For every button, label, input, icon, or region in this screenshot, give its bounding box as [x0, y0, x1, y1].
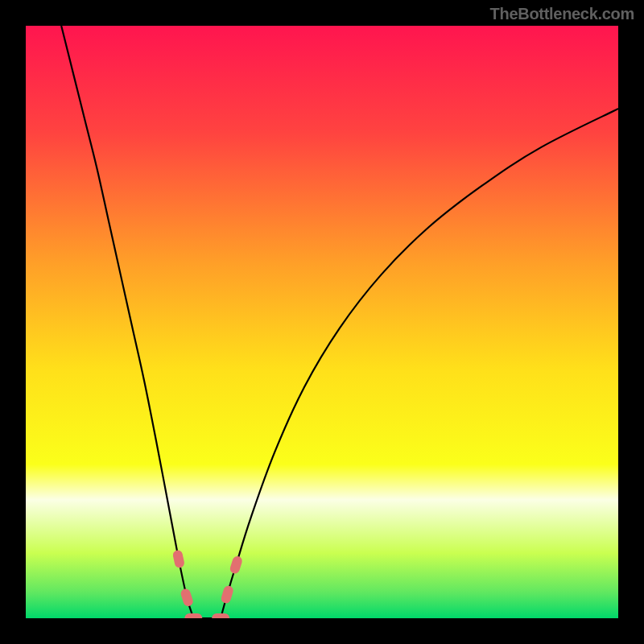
chart-svg: [26, 26, 618, 618]
chart-container: TheBottleneck.com: [0, 0, 644, 644]
marker-bottom-right: [212, 613, 229, 618]
watermark-text: TheBottleneck.com: [490, 5, 634, 23]
gradient-bg: [26, 26, 618, 618]
plot-area: [26, 26, 618, 618]
marker-bottom-left: [184, 613, 202, 618]
